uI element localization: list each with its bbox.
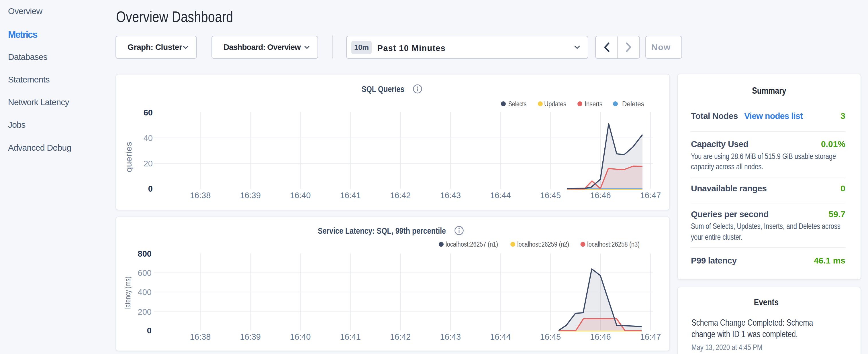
- svg-text:16:41: 16:41: [340, 191, 361, 200]
- svg-text:60: 60: [144, 108, 153, 117]
- svg-text:16:46: 16:46: [590, 332, 611, 342]
- svg-text:16:47: 16:47: [640, 191, 661, 200]
- svg-text:queries: queries: [124, 142, 133, 172]
- svg-text:16:42: 16:42: [390, 332, 411, 342]
- svg-text:SQL Queries: SQL Queries: [362, 85, 404, 94]
- svg-text:200: 200: [138, 307, 152, 317]
- svg-text:16:42: 16:42: [390, 191, 411, 200]
- svg-text:latency (ms): latency (ms): [123, 277, 132, 309]
- svg-text:16:40: 16:40: [290, 332, 311, 342]
- svg-text:Updates: Updates: [544, 100, 566, 108]
- svg-text:Inserts: Inserts: [585, 100, 602, 108]
- svg-text:16:44: 16:44: [490, 191, 511, 200]
- svg-text:16:47: 16:47: [640, 332, 661, 342]
- svg-text:16:43: 16:43: [440, 191, 461, 200]
- svg-text:16:44: 16:44: [490, 332, 511, 342]
- svg-text:16:41: 16:41: [340, 332, 361, 342]
- svg-text:localhost:26258 (n3): localhost:26258 (n3): [587, 240, 640, 248]
- svg-text:localhost:26259 (n2): localhost:26259 (n2): [517, 240, 569, 248]
- svg-text:0: 0: [148, 184, 153, 193]
- svg-text:Service Latency: SQL, 99th per: Service Latency: SQL, 99th percentile: [318, 226, 446, 235]
- svg-text:16:40: 16:40: [290, 191, 311, 200]
- svg-text:localhost:26257 (n1): localhost:26257 (n1): [445, 240, 498, 248]
- svg-text:400: 400: [138, 288, 152, 297]
- svg-text:600: 600: [138, 268, 152, 278]
- svg-text:800: 800: [138, 249, 152, 258]
- svg-text:16:38: 16:38: [190, 332, 211, 342]
- svg-text:16:45: 16:45: [540, 332, 561, 342]
- svg-text:Deletes: Deletes: [622, 100, 644, 108]
- svg-text:20: 20: [144, 159, 153, 168]
- svg-text:16:39: 16:39: [240, 332, 261, 342]
- svg-text:16:45: 16:45: [540, 191, 561, 200]
- svg-text:16:38: 16:38: [190, 191, 211, 200]
- svg-text:Selects: Selects: [508, 100, 526, 108]
- svg-text:16:39: 16:39: [240, 191, 261, 200]
- svg-text:0: 0: [147, 326, 152, 335]
- svg-text:16:46: 16:46: [590, 191, 611, 200]
- svg-text:40: 40: [144, 133, 153, 142]
- svg-text:16:43: 16:43: [440, 332, 461, 342]
